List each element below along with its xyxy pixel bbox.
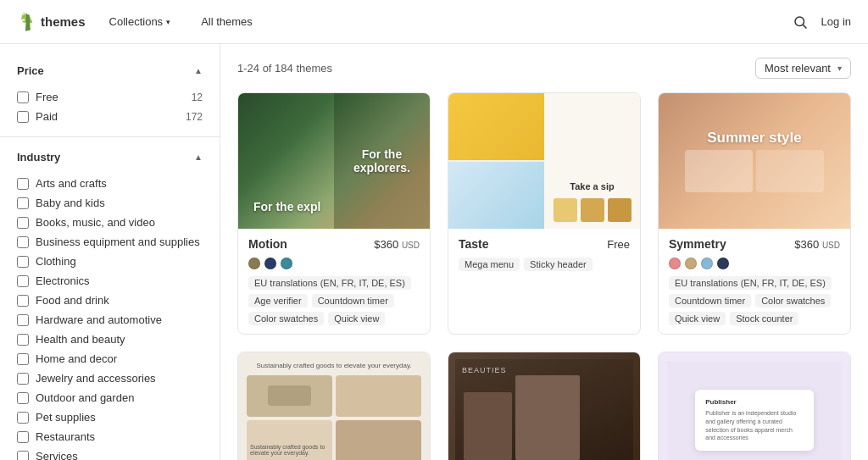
symmetry-swatches (669, 258, 840, 269)
filter-pet-supplies[interactable]: Pet supplies (0, 407, 220, 427)
filter-jewelry[interactable]: Jewelry and accessories (0, 369, 220, 388)
filter-arts-crafts[interactable]: Arts and crafts (0, 174, 220, 193)
motion-tags: EU translations (EN, FR, IT, DE, ES) Age… (248, 276, 420, 325)
theme-info-symmetry: Symmetry $360 USD EU translations (EN, F… (659, 229, 850, 334)
tag: Countdown timer (312, 294, 394, 308)
price-chevron-icon: ▲ (194, 66, 203, 75)
theme-card-motion[interactable]: For theexplorers. For the expl Motion $3… (237, 92, 431, 335)
services-checkbox[interactable] (17, 451, 29, 461)
filter-paid[interactable]: Paid 172 (0, 107, 220, 126)
tag: Countdown timer (669, 294, 751, 308)
business-equipment-checkbox[interactable] (17, 236, 29, 248)
filter-home-decor[interactable]: Home and decor (0, 349, 220, 369)
theme-preview-symmetry: Summer style (659, 93, 850, 229)
log-in-button[interactable]: Log in (821, 15, 851, 28)
electronics-checkbox[interactable] (17, 275, 29, 287)
food-drink-checkbox[interactable] (17, 295, 29, 307)
paid-checkbox[interactable] (17, 111, 29, 123)
theme-price-motion: $360 USD (374, 238, 420, 251)
filter-hardware-auto[interactable]: Hardware and automotive (0, 310, 220, 330)
shopify-logo-icon (17, 13, 36, 31)
books-music-checkbox[interactable] (17, 217, 29, 229)
theme-info-motion: Motion $360 USD EU translations (EN, FR,… (238, 229, 430, 334)
theme-card-crafts[interactable]: Sustainably crafted goods to elevate you… (237, 352, 431, 460)
tag: Quick view (669, 312, 726, 325)
theme-name-taste: Taste (459, 237, 489, 251)
filter-services[interactable]: Services (0, 446, 220, 460)
filter-baby-kids[interactable]: Baby and kids (0, 193, 220, 213)
nav-collections[interactable]: Collections ▾ (103, 12, 178, 31)
tag: Quick view (328, 312, 385, 325)
theme-card-publisher[interactable]: Publisher Publisher is an independent st… (658, 352, 851, 460)
symmetry-tags: EU translations (EN, FR, IT, DE, ES) Cou… (669, 276, 840, 325)
arts-crafts-checkbox[interactable] (17, 178, 29, 190)
theme-count: 1-24 of 184 themes (237, 62, 332, 75)
main-content: 1-24 of 184 themes Most relevant ▾ For t… (220, 44, 868, 460)
header-actions: Log in (793, 14, 851, 30)
filter-health-beauty[interactable]: Health and beauty (0, 330, 220, 349)
industry-filters: Arts and crafts Baby and kids Books, mus… (0, 170, 220, 460)
theme-card-taste[interactable]: Take a sip Taste Free Mega menu (448, 92, 641, 335)
theme-card-symmetry[interactable]: Summer style Symmetry $360 USD (658, 92, 851, 335)
theme-preview-motion: For theexplorers. For the expl (238, 93, 430, 229)
tag: Mega menu (459, 258, 520, 271)
logo-text: themes (41, 14, 86, 29)
theme-card-beauties[interactable]: BEAUTIES WOMEN MEN (448, 352, 641, 460)
taste-tags: Mega menu Sticky header (459, 258, 630, 271)
theme-preview-crafts: Sustainably crafted goods to elevate you… (238, 352, 430, 460)
filter-business-equipment[interactable]: Business equipment and supplies (0, 232, 220, 252)
tag: Stock counter (730, 312, 798, 325)
theme-preview-publisher: Publisher Publisher is an independent st… (659, 352, 850, 460)
swatch-2 (685, 258, 697, 269)
industry-section: Industry ▲ Arts and crafts Baby and kids… (0, 144, 220, 460)
pet-supplies-checkbox[interactable] (17, 412, 29, 424)
motion-swatches (248, 258, 420, 269)
filter-electronics[interactable]: Electronics (0, 271, 220, 291)
nav-all-themes[interactable]: All themes (194, 12, 259, 31)
restaurants-checkbox[interactable] (17, 431, 29, 443)
theme-price-taste: Free (607, 238, 630, 251)
filter-books-music[interactable]: Books, music, and video (0, 213, 220, 232)
tag: Color swatches (755, 294, 831, 308)
svg-point-0 (795, 17, 804, 26)
swatch-3 (701, 258, 713, 269)
clothing-checkbox[interactable] (17, 256, 29, 268)
theme-name-symmetry: Symmetry (669, 237, 726, 251)
theme-name-motion: Motion (248, 237, 287, 251)
free-checkbox[interactable] (17, 91, 29, 103)
swatch-1 (248, 258, 260, 269)
home-decor-checkbox[interactable] (17, 353, 29, 365)
filter-restaurants[interactable]: Restaurants (0, 427, 220, 446)
filter-free[interactable]: Free 12 (0, 87, 220, 107)
logo[interactable]: themes (17, 13, 86, 31)
header: themes Collections ▾ All themes Log in (0, 0, 868, 44)
filter-clothing[interactable]: Clothing (0, 252, 220, 271)
baby-kids-checkbox[interactable] (17, 197, 29, 209)
price-section-header[interactable]: Price ▲ (0, 58, 220, 84)
filter-outdoor-garden[interactable]: Outdoor and garden (0, 388, 220, 407)
theme-preview-beauties: BEAUTIES WOMEN MEN (448, 352, 640, 460)
price-filters: Free 12 Paid 172 (0, 84, 220, 130)
industry-section-header[interactable]: Industry ▲ (0, 144, 220, 170)
filter-food-drink[interactable]: Food and drink (0, 291, 220, 310)
collections-chevron-icon: ▾ (166, 18, 170, 26)
theme-preview-taste: Take a sip (448, 93, 640, 229)
hardware-auto-checkbox[interactable] (17, 314, 29, 326)
outdoor-garden-checkbox[interactable] (17, 392, 29, 404)
tag: EU translations (EN, FR, IT, DE, ES) (248, 276, 411, 290)
health-beauty-checkbox[interactable] (17, 334, 29, 346)
swatch-4 (717, 258, 729, 269)
swatch-1 (669, 258, 681, 269)
sort-chevron-icon: ▾ (837, 64, 842, 73)
sidebar: Price ▲ Free 12 Paid 172 (0, 44, 220, 460)
search-icon[interactable] (793, 14, 808, 30)
tag: Age verifier (248, 294, 308, 308)
theme-grid: For theexplorers. For the expl Motion $3… (237, 92, 851, 460)
sort-select[interactable]: Most relevant ▾ (755, 58, 851, 79)
main-layout: Price ▲ Free 12 Paid 172 (0, 44, 868, 460)
theme-info-taste: Taste Free Mega menu Sticky header (448, 229, 640, 280)
price-section: Price ▲ Free 12 Paid 172 (0, 58, 220, 130)
jewelry-checkbox[interactable] (17, 373, 29, 385)
industry-chevron-icon: ▲ (194, 152, 203, 162)
content-header: 1-24 of 184 themes Most relevant ▾ (237, 58, 851, 79)
